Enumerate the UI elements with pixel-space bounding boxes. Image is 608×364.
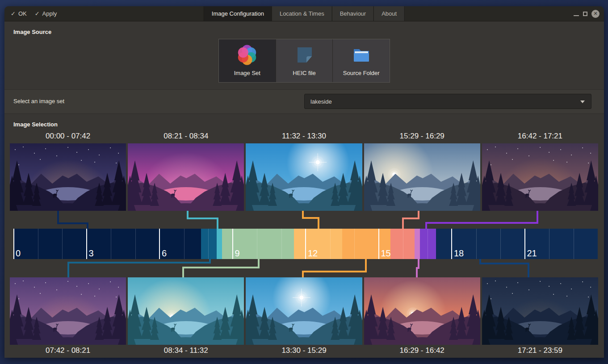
source-folder-icon (351, 44, 372, 66)
wallpaper-thumbnail-16-42-17-21[interactable] (482, 143, 598, 211)
timeline-segment-11-32-13-30[interactable] (294, 229, 342, 259)
timeline-segment-07-42-08-21[interactable] (201, 229, 217, 259)
bottom-thumbnail-row (10, 277, 598, 345)
hour-tick (13, 229, 14, 259)
segment-connector-line (480, 258, 528, 278)
segment-connector-line (303, 210, 319, 230)
lakeside-scene (482, 143, 598, 211)
hour-gridline (38, 229, 38, 259)
hour-gridline (281, 229, 282, 259)
image-source-button-group: Image SetHEIC fileSource Folder (218, 39, 390, 83)
tab-bar: Image ConfigurationLocation & TimesBehav… (204, 6, 405, 21)
hour-tick (451, 229, 452, 259)
hour-gridline (549, 229, 549, 259)
hour-tick-label: 12 (308, 248, 318, 259)
time-range-label: 07:42 - 08:21 (10, 346, 126, 355)
source-folder-button[interactable]: Source Folder (332, 39, 390, 82)
hour-gridline (135, 229, 136, 259)
timeline-segment-16-29-16-42[interactable] (415, 229, 420, 259)
hour-tick-label: 15 (381, 248, 391, 259)
hour-gridline (354, 229, 355, 259)
segment-connector-line (58, 210, 88, 230)
timeline-segment-08-21-08-34[interactable] (217, 229, 222, 259)
hour-gridline (184, 229, 184, 259)
hour-gridline (330, 229, 331, 259)
hour-tick (159, 229, 160, 259)
wallpaper-thumbnail-11-32-13-30[interactable] (246, 143, 362, 211)
check-icon: ✓ (35, 10, 40, 17)
segment-connector-line (403, 210, 419, 230)
time-range-label: 08:34 - 11:32 (128, 346, 244, 355)
time-range-label: 15:29 - 16:29 (364, 132, 480, 141)
hour-tick-label: 0 (16, 248, 21, 259)
wallpaper-thumbnail-07-42-08-21[interactable] (10, 277, 126, 345)
image-selection-header: Image Selection (13, 121, 58, 128)
apply-button[interactable]: ✓ Apply (35, 10, 57, 17)
image-set-dropdown-value: lakeside (310, 98, 332, 105)
timeline-segment-15-29-16-29[interactable] (390, 229, 415, 259)
time-range-label: 11:32 - 13:30 (246, 132, 362, 141)
image-set-icon (236, 44, 258, 66)
hour-tick-label: 9 (235, 248, 240, 259)
wallpaper-thumbnail-00-00-07-42[interactable] (10, 143, 126, 211)
segment-connector-line (426, 210, 537, 230)
time-range-label: 16:29 - 16:42 (364, 346, 480, 355)
tab-location-times[interactable]: Location & Times (272, 6, 332, 21)
image-set-dropdown[interactable]: lakeside (304, 94, 591, 109)
wallpaper-thumbnail-16-29-16-42[interactable] (364, 277, 480, 345)
hour-tick-label: 6 (162, 248, 167, 259)
bottom-time-label-row: 07:42 - 08:2108:34 - 11:3213:30 - 15:291… (10, 346, 598, 355)
maximize-icon[interactable] (583, 12, 587, 16)
segment-connector-line (68, 258, 210, 278)
hour-tick (378, 229, 379, 259)
chevron-down-icon (580, 100, 585, 103)
image-set-button[interactable]: Image Set (219, 39, 276, 82)
timeline-segment-00-00-07-42[interactable] (13, 229, 201, 259)
segment-connector-line (303, 258, 366, 278)
hour-tick-label: 3 (89, 248, 94, 259)
wallpaper-thumbnail-13-30-15-29[interactable] (246, 277, 362, 345)
lakeside-scene (10, 277, 126, 345)
minimize-icon[interactable] (574, 15, 579, 16)
close-icon[interactable]: ✕ (591, 10, 600, 18)
hour-tick-label: 21 (527, 248, 537, 259)
hour-tick (305, 229, 306, 259)
image-set-select-row: Select an image set lakeside (4, 89, 604, 114)
segment-connector-line (188, 210, 218, 230)
lakeside-scene (128, 143, 244, 211)
lakeside-scene (364, 143, 480, 211)
image-source-header: Image Source (13, 29, 51, 35)
hour-tick (86, 229, 87, 259)
hour-gridline (257, 229, 257, 259)
segment-connector-line (183, 258, 259, 278)
check-icon: ✓ (11, 10, 16, 17)
wallpaper-thumbnail-17-21-23-59[interactable] (482, 277, 598, 345)
tab-image-configuration[interactable]: Image Configuration (204, 6, 272, 21)
timeline-bar[interactable]: 036912151821 (13, 229, 598, 259)
ok-button[interactable]: ✓ OK (11, 10, 27, 17)
heic-file-icon (294, 44, 315, 66)
tab-about[interactable]: About (373, 6, 405, 21)
wallpaper-thumbnail-08-34-11-32[interactable] (128, 277, 244, 345)
lakeside-scene (364, 277, 480, 345)
segment-connector-line (417, 258, 419, 278)
heic-file-button[interactable]: HEIC file (276, 39, 333, 82)
wallpaper-thumbnail-15-29-16-29[interactable] (364, 143, 480, 211)
wallpaper-thumbnail-08-21-08-34[interactable] (128, 143, 244, 211)
top-time-label-row: 00:00 - 07:4208:21 - 08:3411:32 - 13:301… (10, 132, 598, 141)
time-range-label: 17:21 - 23:59 (482, 346, 598, 355)
select-image-set-label: Select an image set (13, 98, 64, 105)
ok-button-label: OK (18, 10, 27, 17)
lakeside-scene (128, 277, 244, 345)
desktop: ✓ OK ✓ Apply Image ConfigurationLocation… (0, 0, 608, 364)
hour-gridline (428, 229, 428, 259)
tab-behaviour[interactable]: Behaviour (332, 6, 374, 21)
timeline-segment-16-42-17-21[interactable] (420, 229, 436, 259)
time-range-label: 08:21 - 08:34 (128, 132, 244, 141)
lakeside-scene (482, 277, 598, 345)
apply-button-label: Apply (42, 10, 57, 17)
time-range-label: 00:00 - 07:42 (10, 132, 126, 141)
source-button-label: HEIC file (293, 70, 315, 76)
hour-gridline (208, 229, 209, 259)
source-button-label: Image Set (234, 70, 260, 76)
